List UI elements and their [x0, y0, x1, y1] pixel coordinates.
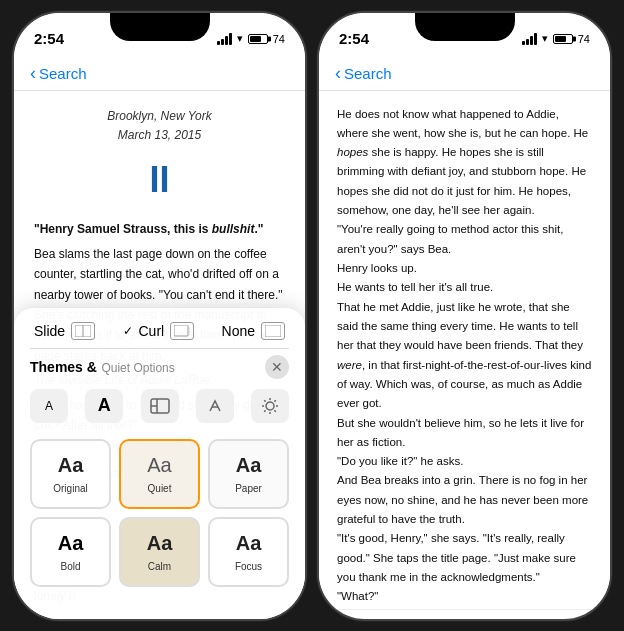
font-controls-row: A A: [30, 381, 289, 431]
svg-line-16: [274, 400, 275, 401]
book-location: Brooklyn, New York March 13, 2015: [34, 107, 285, 147]
back-label-right: Search: [344, 65, 392, 82]
theme-quiet[interactable]: Aa Quiet: [119, 439, 200, 509]
theme-paper[interactable]: Aa Paper: [208, 439, 289, 509]
chapter-number: II: [34, 150, 285, 209]
themes-header: Themes & Quiet Options ✕: [30, 355, 289, 379]
status-icons-right: ▾ 74: [522, 32, 590, 45]
transition-options: Slide ✓ Curl None: [30, 322, 289, 340]
theme-cards-row-2: Aa Bold Aa Calm Aa Focus: [30, 517, 289, 587]
back-arrow-icon: ‹: [30, 63, 36, 84]
theme-focus-label: Focus: [235, 561, 262, 572]
theme-paper-aa: Aa: [236, 454, 262, 477]
page-number: 524: [319, 609, 610, 621]
wifi-icon-right: ▾: [542, 32, 548, 45]
signal-icon: [217, 33, 232, 45]
back-button-left[interactable]: ‹ Search: [30, 63, 87, 84]
wifi-icon: ▾: [237, 32, 243, 45]
theme-bold-label: Bold: [60, 561, 80, 572]
svg-rect-3: [265, 325, 281, 337]
themes-subtitle: Quiet Options: [101, 361, 174, 375]
font-large-label: A: [98, 395, 111, 416]
theme-original[interactable]: Aa Original: [30, 439, 111, 509]
time-right: 2:54: [339, 30, 369, 47]
font-small-button[interactable]: A: [30, 389, 68, 423]
theme-paper-label: Paper: [235, 483, 262, 494]
slide-icon: [71, 322, 95, 340]
nav-bar-right[interactable]: ‹ Search: [319, 57, 610, 91]
theme-focus[interactable]: Aa Focus: [208, 517, 289, 587]
themes-title: Themes &: [30, 359, 97, 375]
slide-label: Slide: [34, 323, 65, 339]
themes-title-group: Themes & Quiet Options: [30, 358, 175, 376]
brightness-button[interactable]: [251, 389, 289, 423]
checkmark-icon: ✓: [123, 324, 133, 338]
theme-quiet-aa: Aa: [147, 454, 171, 477]
theme-cards-row-1: Aa Original Aa Quiet Aa Paper: [30, 439, 289, 509]
curl-option[interactable]: ✓ Curl: [123, 322, 195, 340]
notch: [110, 13, 210, 41]
theme-calm[interactable]: Aa Calm: [119, 517, 200, 587]
right-phone: 2:54 ▾ 74 ‹ Search: [317, 11, 612, 621]
curl-label: Curl: [139, 323, 165, 339]
left-phone: 2:54 ▾ 74 ‹ Search: [12, 11, 307, 621]
divider-1: [30, 348, 289, 349]
svg-line-13: [264, 400, 265, 401]
svg-rect-2: [174, 325, 188, 336]
font-small-label: A: [45, 399, 53, 413]
theme-bold[interactable]: Aa Bold: [30, 517, 111, 587]
theme-bold-aa: Aa: [58, 532, 84, 555]
font-large-button[interactable]: A: [85, 389, 123, 423]
svg-point-8: [266, 402, 274, 410]
svg-line-14: [274, 410, 275, 411]
battery-icon: [248, 34, 268, 44]
battery-pct-right: 74: [578, 33, 590, 45]
time-left: 2:54: [34, 30, 64, 47]
font-settings-button[interactable]: [141, 389, 179, 423]
battery-pct: 74: [273, 33, 285, 45]
slide-option[interactable]: Slide: [34, 322, 95, 340]
signal-icon-right: [522, 33, 537, 45]
none-option[interactable]: None: [222, 322, 285, 340]
theme-quiet-label: Quiet: [148, 483, 172, 494]
back-arrow-icon-right: ‹: [335, 63, 341, 84]
theme-original-label: Original: [53, 483, 87, 494]
phones-container: 2:54 ▾ 74 ‹ Search: [0, 0, 624, 631]
notch-right: [415, 13, 515, 41]
overlay-panel: Slide ✓ Curl None: [14, 308, 305, 619]
back-button-right[interactable]: ‹ Search: [335, 63, 392, 84]
theme-calm-label: Calm: [148, 561, 171, 572]
theme-calm-aa: Aa: [147, 532, 173, 555]
none-icon: [261, 322, 285, 340]
font-format-button[interactable]: [196, 389, 234, 423]
battery-icon-right: [553, 34, 573, 44]
theme-focus-aa: Aa: [236, 532, 262, 555]
theme-original-aa: Aa: [58, 454, 84, 477]
none-label: None: [222, 323, 255, 339]
nav-bar-left[interactable]: ‹ Search: [14, 57, 305, 91]
back-label-left: Search: [39, 65, 87, 82]
book-content-right: He does not know what happened to Addie,…: [319, 91, 610, 609]
svg-line-15: [264, 410, 265, 411]
close-button[interactable]: ✕: [265, 355, 289, 379]
status-icons-left: ▾ 74: [217, 32, 285, 45]
curl-icon: [170, 322, 194, 340]
